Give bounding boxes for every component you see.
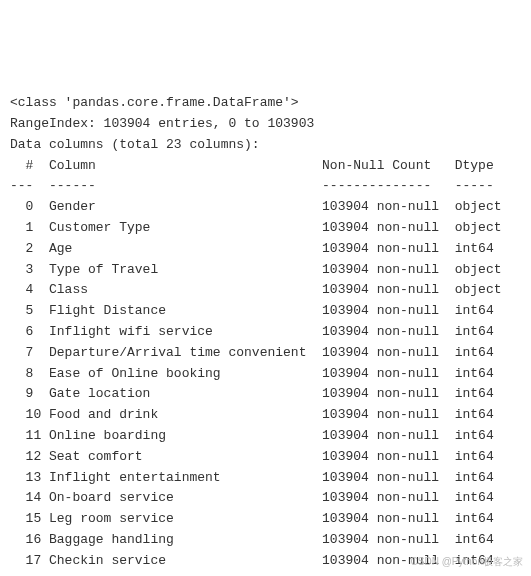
table-header: # Column Non-Null Count Dtype xyxy=(10,158,494,173)
df-info-output: <class 'pandas.core.frame.DataFrame'> Ra… xyxy=(10,93,521,576)
class-line: <class 'pandas.core.frame.DataFrame'> xyxy=(10,95,299,110)
watermark: CSDN @Python极客之家 xyxy=(411,554,523,570)
table-body: 0 Gender 103904 non-null object 1 Custom… xyxy=(10,199,509,576)
data-columns: Data columns (total 23 columns): xyxy=(10,137,260,152)
table-separator: --- ------ -------------- ----- xyxy=(10,178,494,193)
range-index: RangeIndex: 103904 entries, 0 to 103903 xyxy=(10,116,314,131)
